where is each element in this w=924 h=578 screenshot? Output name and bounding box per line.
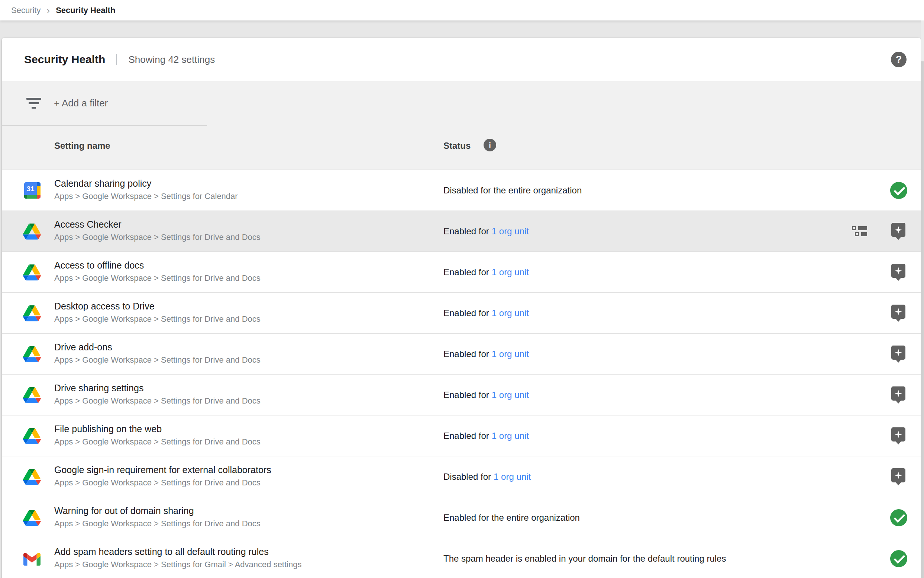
setting-path: Apps > Google Workspace > Settings for D… <box>54 396 261 406</box>
recommendation-flag-icon[interactable] <box>891 223 905 237</box>
add-filter-button[interactable]: + Add a filter <box>54 97 108 109</box>
recommendation-flag-icon[interactable] <box>891 386 905 401</box>
setting-name[interactable]: Add spam headers setting to all default … <box>54 546 269 557</box>
setting-cell: Drive add-ons Apps > Google Workspace > … <box>54 334 419 375</box>
status-cell: Disabled for1 org unit <box>443 472 531 482</box>
recommendation-flag-icon[interactable] <box>891 346 905 360</box>
filter-divider <box>2 125 207 126</box>
table-row[interactable]: 31 <box>2 497 921 538</box>
setting-name[interactable]: Drive add-ons <box>54 342 112 352</box>
org-units-icon[interactable] <box>852 226 867 236</box>
sparkle-icon <box>895 349 902 356</box>
setting-path: Apps > Google Workspace > Settings for D… <box>54 437 261 447</box>
status-text: Disabled for <box>443 472 491 482</box>
org-unit-link[interactable]: 1 org unit <box>492 226 529 236</box>
recommendation-flag-icon[interactable] <box>891 427 905 442</box>
setting-path: Apps > Google Workspace > Settings for C… <box>54 192 238 201</box>
setting-path: Apps > Google Workspace > Settings for D… <box>54 232 261 242</box>
table-row[interactable]: 31 <box>2 252 921 293</box>
table-row[interactable]: 31 <box>2 170 921 211</box>
status-text: Enabled for <box>443 226 489 236</box>
table-row[interactable]: 31 <box>2 293 921 334</box>
setting-cell: Add spam headers setting to all default … <box>54 538 419 578</box>
product-icon-cell: 31 <box>23 497 42 538</box>
security-health-card: Security Health Showing 42 settings ? + … <box>2 38 921 578</box>
setting-cell: Drive sharing settings Apps > Google Wor… <box>54 375 419 416</box>
org-unit-link[interactable]: 1 org unit <box>492 431 529 441</box>
status-text: Enabled for <box>443 431 489 441</box>
google-drive-icon <box>23 346 41 362</box>
product-icon-cell: 31 <box>23 170 42 211</box>
google-drive-icon <box>23 387 41 403</box>
google-drive-icon <box>23 469 41 485</box>
status-text: Enabled for <box>443 349 489 359</box>
org-unit-link[interactable]: 1 org unit <box>492 308 529 318</box>
card-header: Security Health Showing 42 settings ? <box>2 38 921 81</box>
sparkle-icon <box>895 267 902 274</box>
setting-cell: Access to offline docs Apps > Google Wor… <box>54 252 419 293</box>
status-ok-check-icon <box>890 182 907 199</box>
setting-name[interactable]: Desktop access to Drive <box>54 301 155 312</box>
google-drive-icon <box>23 428 41 444</box>
setting-cell: Calendar sharing policy Apps > Google Wo… <box>54 170 419 211</box>
help-icon[interactable]: ? <box>891 52 906 67</box>
setting-path: Apps > Google Workspace > Settings for G… <box>54 560 301 570</box>
setting-cell: Access Checker Apps > Google Workspace >… <box>54 211 419 252</box>
status-cell: The spam header is enabled in your domai… <box>443 554 726 564</box>
table-row[interactable]: 31 <box>2 416 921 456</box>
status-text: The spam header is enabled in your domai… <box>443 554 726 563</box>
setting-name[interactable]: Calendar sharing policy <box>54 178 151 189</box>
title-divider <box>117 54 117 65</box>
status-cell: Enabled for1 org unit <box>443 390 529 400</box>
table-row[interactable]: 31 <box>2 538 921 578</box>
org-unit-link[interactable]: 1 org unit <box>492 349 529 359</box>
status-info-icon[interactable]: i <box>484 139 496 151</box>
sparkle-icon <box>895 390 902 397</box>
setting-cell: File publishing on the web Apps > Google… <box>54 416 419 456</box>
status-ok-check-icon <box>890 509 907 526</box>
calendar-day-label: 31 <box>24 184 36 194</box>
sparkle-icon <box>895 226 902 234</box>
setting-name[interactable]: Access to offline docs <box>54 260 144 271</box>
product-icon-cell: 31 <box>23 293 42 334</box>
status-text: Enabled for <box>443 390 489 400</box>
product-icon-cell: 31 <box>23 252 42 293</box>
status-cell: Enabled for1 org unit <box>443 431 529 441</box>
status-ok-check-icon <box>890 550 907 567</box>
setting-name[interactable]: Access Checker <box>54 219 121 230</box>
org-unit-link[interactable]: 1 org unit <box>494 472 531 482</box>
gmail-icon <box>23 553 40 566</box>
status-text: Disabled for the entire organization <box>443 185 582 195</box>
product-icon-cell: 31 <box>23 538 42 578</box>
product-icon-cell: 31 <box>23 456 42 497</box>
product-icon-cell: 31 <box>23 211 42 252</box>
table-row[interactable]: 31 <box>2 334 921 375</box>
breadcrumb-parent-link[interactable]: Security <box>11 6 40 15</box>
status-cell: Enabled for1 org unit <box>443 349 529 359</box>
setting-name[interactable]: Drive sharing settings <box>54 383 144 393</box>
setting-path: Apps > Google Workspace > Settings for D… <box>54 273 261 283</box>
org-unit-link[interactable]: 1 org unit <box>492 267 529 277</box>
breadcrumb-current: Security Health <box>56 6 115 15</box>
recommendation-flag-icon[interactable] <box>891 305 905 319</box>
scrollbar-thumb[interactable] <box>921 62 924 578</box>
table-row[interactable]: 31 <box>2 375 921 416</box>
setting-path: Apps > Google Workspace > Settings for D… <box>54 355 261 365</box>
setting-name[interactable]: Google sign-in requirement for external … <box>54 464 271 475</box>
status-cell: Enabled for1 org unit <box>443 226 529 237</box>
filter-and-header-band: + Add a filter Setting name Status i <box>2 81 921 170</box>
status-text: Enabled for <box>443 267 489 277</box>
setting-path: Apps > Google Workspace > Settings for D… <box>54 478 261 488</box>
setting-name[interactable]: File publishing on the web <box>54 424 162 434</box>
recommendation-flag-icon[interactable] <box>891 264 905 278</box>
table-row[interactable]: 31 <box>2 211 921 252</box>
settings-count: Showing 42 settings <box>128 54 215 65</box>
status-cell: Enabled for1 org unit <box>443 267 529 278</box>
org-unit-link[interactable]: 1 org unit <box>492 390 529 400</box>
setting-name[interactable]: Warning for out of domain sharing <box>54 505 194 516</box>
product-icon-cell: 31 <box>23 375 42 416</box>
recommendation-flag-icon[interactable] <box>891 468 905 482</box>
table-row[interactable]: 31 <box>2 456 921 497</box>
security-health-page: Security › Security Health Security Heal… <box>0 0 924 578</box>
vertical-scrollbar[interactable] <box>921 21 924 578</box>
